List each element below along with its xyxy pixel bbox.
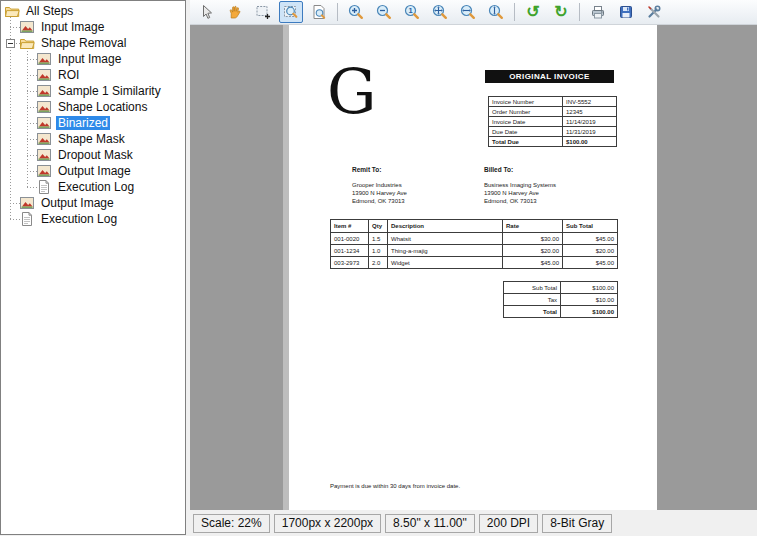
- tree-item-label: Binarized: [56, 116, 110, 130]
- table-row: Total Due$100.00: [489, 137, 617, 147]
- log-document-icon: [19, 211, 35, 227]
- image-icon: [36, 115, 52, 131]
- status-color-depth: 8-Bit Gray: [542, 514, 612, 533]
- image-viewer-canvas[interactable]: G ORIGINAL INVOICE Invoice NumberINV-555…: [190, 25, 757, 510]
- tree-item-dropout-mask[interactable]: Dropout Mask: [1, 147, 185, 163]
- image-icon: [36, 131, 52, 147]
- image-icon: [36, 163, 52, 179]
- tree-item-label: Input Image: [39, 20, 106, 34]
- tree-item-execution-log[interactable]: Execution Log: [1, 211, 185, 227]
- tree-item-label: ROI: [56, 68, 81, 82]
- viewer-toolbar: 1 ↺ ↻: [190, 0, 757, 25]
- tree-item-output-image-2[interactable]: Output Image: [1, 163, 185, 179]
- viewer-statusbar: Scale: 22% 1700px x 2200px 8.50" x 11.00…: [190, 510, 757, 536]
- tree-item-sample-1-similarity[interactable]: Sample 1 Similarity: [1, 83, 185, 99]
- zoom-actual-icon[interactable]: 1: [400, 1, 424, 23]
- tree-item-label: Execution Log: [56, 180, 136, 194]
- tree-item-label: Output Image: [39, 196, 116, 210]
- tree-item-binarized[interactable]: Binarized: [1, 115, 185, 131]
- tree-item-label: Output Image: [56, 164, 133, 178]
- status-pixel-size: 1700px x 2200px: [274, 514, 381, 533]
- table-row: 001-1234 1.0 Thing-a-majig $20.00 $20.00: [331, 245, 618, 257]
- save-icon[interactable]: [614, 1, 638, 23]
- tree-item-label: Shape Removal: [39, 36, 128, 50]
- image-icon: [36, 99, 52, 115]
- tree-item-label: Execution Log: [39, 212, 119, 226]
- zoom-fit-icon[interactable]: [428, 1, 452, 23]
- table-row: Due Date11/31/2019: [489, 127, 617, 137]
- tree-item-execution-log-2[interactable]: Execution Log: [1, 179, 185, 195]
- address-line: 13900 N Harvey Ave: [484, 189, 556, 197]
- page-scan-edge: [283, 25, 289, 510]
- image-icon: [19, 195, 35, 211]
- billed-to-block: Billed To: Business Imaging Systems 1390…: [484, 166, 556, 205]
- table-row: Order Number12345: [489, 107, 617, 117]
- tree-item-label: Shape Locations: [56, 100, 149, 114]
- pointer-icon[interactable]: [195, 1, 219, 23]
- table-row: Invoice Date11/14/2019: [489, 117, 617, 127]
- tree-item-all-steps[interactable]: All Steps: [1, 3, 185, 19]
- tree-item-shape-mask[interactable]: Shape Mask: [1, 131, 185, 147]
- table-row: Total$100.00: [504, 306, 618, 318]
- table-header-row: Item # Qty Description Rate Sub Total: [331, 220, 618, 233]
- print-icon[interactable]: [586, 1, 610, 23]
- status-dpi: 200 DPI: [479, 514, 538, 533]
- address-line: Edmond, OK 73013: [484, 197, 556, 205]
- tree-item-roi[interactable]: ROI: [1, 67, 185, 83]
- tools-icon[interactable]: [642, 1, 666, 23]
- invoice-banner: ORIGINAL INVOICE: [485, 70, 614, 83]
- image-icon: [36, 51, 52, 67]
- image-icon: [36, 83, 52, 99]
- zoom-in-icon[interactable]: [344, 1, 368, 23]
- company-logo: G: [327, 61, 377, 123]
- line-items-table: Item # Qty Description Rate Sub Total 00…: [330, 219, 618, 269]
- pan-hand-icon[interactable]: [223, 1, 247, 23]
- tree-item-label: Shape Mask: [56, 132, 127, 146]
- table-row: 003-2973 2.0 Widget $45.00 $45.00: [331, 257, 618, 269]
- steps-tree-panel: All Steps Input Image Shape Removal: [0, 0, 186, 535]
- invoice-page: G ORIGINAL INVOICE Invoice NumberINV-555…: [283, 25, 657, 510]
- tree-item-label: Sample 1 Similarity: [56, 84, 163, 98]
- page-zoom-icon[interactable]: [307, 1, 331, 23]
- fit-width-icon[interactable]: [456, 1, 480, 23]
- zoom-region-icon[interactable]: [279, 1, 303, 23]
- rotate-right-icon[interactable]: ↻: [549, 1, 573, 23]
- folder-open-icon: [4, 3, 20, 19]
- toolbar-separator: [337, 3, 338, 21]
- rotate-left-icon[interactable]: ↺: [521, 1, 545, 23]
- status-scale: Scale: 22%: [193, 514, 270, 533]
- address-line: Edmond, OK 73013: [352, 197, 407, 205]
- tree-item-label: Input Image: [56, 52, 123, 66]
- table-row: Invoice NumberINV-5552: [489, 97, 617, 107]
- toolbar-separator: [514, 3, 515, 21]
- tree-item-input-image-2[interactable]: Input Image: [1, 51, 185, 67]
- tree-item-output-image[interactable]: Output Image: [1, 195, 185, 211]
- svg-text:1: 1: [408, 6, 412, 15]
- tree-item-label: Dropout Mask: [56, 148, 135, 162]
- log-document-icon: [36, 179, 52, 195]
- table-row: Tax$10.00: [504, 294, 618, 306]
- select-region-icon[interactable]: [251, 1, 275, 23]
- tree-item-input-image[interactable]: Input Image: [1, 19, 185, 35]
- address-line: Grooper Industries: [352, 181, 407, 189]
- status-inch-size: 8.50" x 11.00": [385, 514, 475, 533]
- folder-open-icon: [19, 35, 35, 51]
- image-viewer-window: All Steps Input Image Shape Removal: [0, 0, 757, 536]
- totals-table: Sub Total$100.00 Tax$10.00 Total$100.00: [503, 281, 618, 318]
- tree-item-shape-removal[interactable]: Shape Removal: [1, 35, 185, 51]
- payment-terms-note: Payment is due within 30 days from invoi…: [330, 483, 460, 489]
- image-icon: [36, 147, 52, 163]
- tree-item-label: All Steps: [24, 4, 75, 18]
- zoom-out-icon[interactable]: [372, 1, 396, 23]
- collapse-expander-icon[interactable]: [6, 39, 15, 48]
- invoice-info-table: Invoice NumberINV-5552 Order Number12345…: [488, 96, 617, 147]
- table-row: Sub Total$100.00: [504, 282, 618, 294]
- image-icon: [19, 19, 35, 35]
- billed-to-label: Billed To:: [484, 166, 556, 173]
- address-line: Business Imaging Systems: [484, 181, 556, 189]
- table-row: 001-0020 1.5 Whatsit $30.00 $45.00: [331, 233, 618, 245]
- fit-height-icon[interactable]: [484, 1, 508, 23]
- tree-item-shape-locations[interactable]: Shape Locations: [1, 99, 185, 115]
- toolbar-separator: [579, 3, 580, 21]
- address-line: 13900 N Harvey Ave: [352, 189, 407, 197]
